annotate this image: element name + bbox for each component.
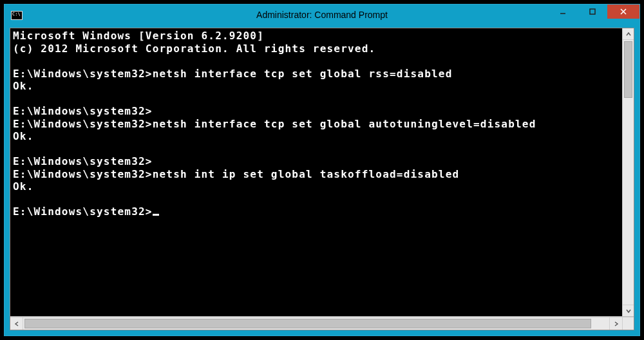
command: netsh int ip set global taskoffload=disa…	[153, 168, 460, 180]
line: Ok.	[13, 180, 34, 193]
line: Ok.	[13, 130, 34, 142]
minimize-button[interactable]	[548, 5, 578, 19]
console-frame: Microsoft Windows [Version 6.2.9200] (c)…	[10, 28, 634, 317]
chevron-down-icon	[626, 308, 631, 314]
prompt: E:\Windows\system32>	[13, 205, 153, 218]
prompt: E:\Windows\system32>	[13, 155, 153, 167]
titlebar[interactable]: Administrator: Command Prompt	[5, 5, 639, 25]
line: Ok.	[13, 80, 34, 92]
svg-rect-1	[590, 9, 595, 14]
line: Microsoft Windows [Version 6.2.9200]	[13, 30, 264, 42]
scroll-up-button[interactable]	[623, 28, 634, 40]
chevron-right-icon	[614, 321, 619, 326]
scroll-down-button[interactable]	[623, 305, 634, 316]
scroll-left-button[interactable]	[10, 317, 23, 330]
scroll-corner	[622, 317, 634, 330]
vertical-scroll-thumb[interactable]	[624, 41, 632, 98]
scroll-right-button[interactable]	[609, 317, 622, 330]
text-cursor	[153, 214, 159, 216]
horizontal-scroll-thumb[interactable]	[24, 319, 591, 328]
client-area: Microsoft Windows [Version 6.2.9200] (c)…	[10, 28, 634, 330]
close-button[interactable]	[607, 5, 639, 19]
command: netsh interface tcp set global rss=disab…	[153, 68, 453, 80]
close-icon	[620, 8, 627, 15]
minimize-icon	[559, 8, 567, 15]
prompt: E:\Windows\system32>	[13, 105, 153, 117]
prompt: E:\Windows\system32>	[13, 168, 153, 180]
window-controls	[548, 5, 639, 19]
maximize-icon	[589, 8, 596, 15]
horizontal-scrollbar[interactable]	[10, 317, 634, 330]
console-output[interactable]: Microsoft Windows [Version 6.2.9200] (c)…	[10, 28, 622, 316]
window-frame: Administrator: Command Prompt Microsoft …	[4, 4, 640, 336]
chevron-left-icon	[14, 321, 19, 326]
maximize-button[interactable]	[578, 5, 607, 19]
line: (c) 2012 Microsoft Corporation. All righ…	[13, 42, 375, 55]
command: netsh interface tcp set global autotunin…	[153, 118, 536, 130]
window-title: Administrator: Command Prompt	[5, 10, 639, 20]
prompt: E:\Windows\system32>	[13, 118, 153, 130]
vertical-scrollbar[interactable]	[622, 28, 634, 316]
chevron-up-icon	[626, 32, 631, 37]
prompt: E:\Windows\system32>	[13, 68, 153, 80]
